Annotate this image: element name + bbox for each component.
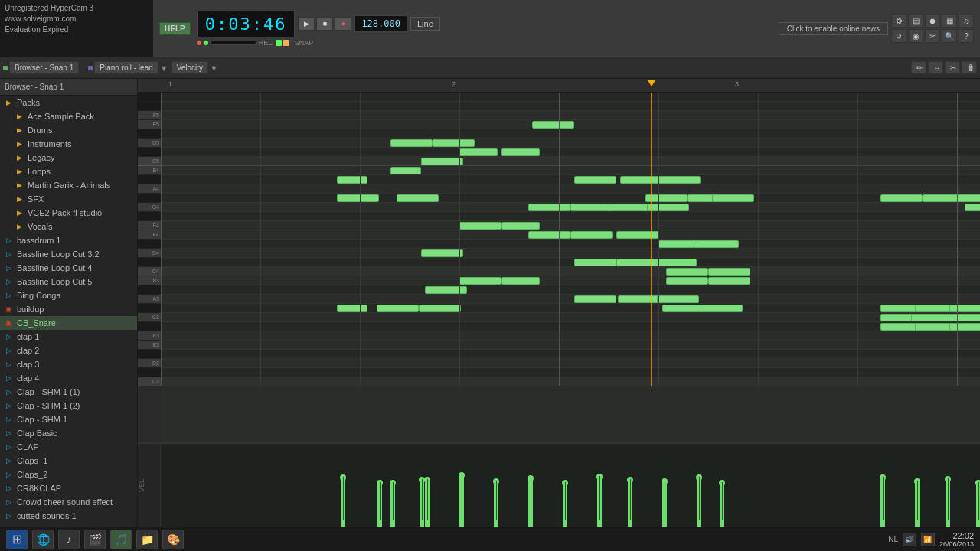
sidebar-item-bassdrum1[interactable]: ▷bassdrum 1 bbox=[0, 233, 137, 247]
note[interactable] bbox=[657, 295, 699, 303]
piano-key-Csharp4[interactable] bbox=[138, 258, 161, 267]
toolbar-icon-5[interactable]: ♫ bbox=[959, 14, 974, 28]
note[interactable] bbox=[397, 194, 439, 202]
piano-key-C3[interactable]: C3 bbox=[138, 377, 161, 386]
sidebar-item-ace-sample-pack[interactable]: ▶Ace Sample Pack bbox=[0, 109, 137, 123]
fl-studio-taskbar[interactable]: 🎵 bbox=[110, 530, 132, 549]
grid-row-C3[interactable] bbox=[161, 377, 980, 386]
note[interactable] bbox=[433, 139, 475, 147]
grid-row-C5[interactable] bbox=[161, 157, 980, 166]
tool-btn-3[interactable]: ✂ bbox=[945, 61, 960, 74]
sidebar-item-loops[interactable]: ▶Loops bbox=[0, 165, 137, 178]
piano-key-Dsharp5[interactable] bbox=[138, 129, 161, 139]
piano-roll-btn[interactable]: Piano roll - lead bbox=[94, 61, 158, 74]
grid-row-F4[interactable] bbox=[161, 221, 980, 230]
sidebar-item-vce2[interactable]: ▶VCE2 Pack fl studio bbox=[0, 206, 137, 220]
files-taskbar[interactable]: 📁 bbox=[136, 530, 158, 549]
piano-key-Gsharp3[interactable] bbox=[138, 304, 161, 313]
sidebar-item-clap[interactable]: ▷CLAP bbox=[0, 440, 137, 454]
mode-display[interactable]: Line bbox=[410, 17, 440, 31]
note[interactable] bbox=[459, 277, 501, 285]
note[interactable] bbox=[949, 323, 980, 331]
volume-btn[interactable]: 🔊 bbox=[903, 533, 916, 546]
piano-key-Csharp5[interactable] bbox=[138, 148, 161, 157]
grid-row-Fsharp3[interactable] bbox=[161, 322, 980, 331]
video-taskbar[interactable]: 🎬 bbox=[84, 530, 106, 549]
grid-row-F3[interactable] bbox=[161, 331, 980, 341]
note[interactable] bbox=[616, 259, 658, 266]
note[interactable] bbox=[662, 305, 704, 312]
note[interactable] bbox=[708, 268, 750, 276]
piano-key-Fsharp3[interactable] bbox=[138, 322, 161, 331]
grid-row-Dsharp4[interactable] bbox=[161, 240, 980, 249]
grid-row-D3[interactable] bbox=[161, 359, 980, 368]
sidebar-item-bassline5[interactable]: ▷Bassline Loop Cut 5 bbox=[0, 275, 137, 289]
toolbar-icon-7[interactable]: ◉ bbox=[908, 29, 923, 43]
piano-key-F3[interactable]: F3 bbox=[138, 331, 161, 341]
note[interactable] bbox=[658, 176, 701, 184]
grid-row-D5[interactable] bbox=[161, 139, 980, 148]
sidebar-item-legacy[interactable]: ▶Legacy bbox=[0, 151, 137, 165]
paint-taskbar[interactable]: 🎨 bbox=[162, 530, 184, 549]
sidebar-item-sfx[interactable]: ▶SFX bbox=[0, 192, 137, 206]
grid-row-B3[interactable] bbox=[161, 276, 980, 285]
piano-key-A3[interactable]: A3 bbox=[138, 295, 161, 304]
sidebar-item-clap2[interactable]: ▷clap 2 bbox=[0, 344, 137, 357]
note[interactable] bbox=[609, 204, 651, 211]
piano-key-F5[interactable]: F5 bbox=[138, 111, 161, 120]
grid-row-B4[interactable] bbox=[161, 166, 980, 175]
sidebar-item-martin-garix[interactable]: ▶Martin Garix - Animals bbox=[0, 178, 137, 192]
note[interactable] bbox=[946, 314, 980, 321]
note[interactable] bbox=[949, 305, 980, 312]
network-btn[interactable]: 📶 bbox=[921, 533, 935, 546]
note[interactable] bbox=[501, 277, 540, 285]
tool-btn-1[interactable]: ✏ bbox=[911, 61, 926, 74]
browser-taskbar[interactable]: 🌐 bbox=[32, 530, 54, 549]
piano-key-Dsharp4[interactable] bbox=[138, 240, 161, 249]
note[interactable] bbox=[616, 231, 658, 239]
grid-row-Fsharp4[interactable] bbox=[161, 212, 980, 221]
piano-key-Gsharp5[interactable] bbox=[138, 93, 161, 102]
piano-key-Gsharp4[interactable] bbox=[138, 194, 161, 203]
browser-btn[interactable]: Browser - Snap 1 bbox=[9, 61, 79, 74]
note[interactable] bbox=[390, 139, 433, 147]
note[interactable] bbox=[459, 222, 501, 230]
piano-key-G4[interactable]: G4 bbox=[138, 203, 161, 212]
piano-key-A4[interactable]: A4 bbox=[138, 184, 161, 194]
note[interactable] bbox=[645, 194, 688, 202]
piano-key-Csharp3[interactable] bbox=[138, 368, 161, 377]
piano-key-B4[interactable]: B4 bbox=[138, 166, 161, 175]
note[interactable] bbox=[666, 268, 708, 276]
grid-row-C4[interactable] bbox=[161, 267, 980, 276]
sidebar-item-buildup[interactable]: ▣buildup bbox=[0, 302, 137, 316]
grid-row-Fsharp5[interactable] bbox=[161, 102, 980, 111]
note[interactable] bbox=[965, 204, 980, 211]
piano-key-E5[interactable]: E5 bbox=[138, 120, 161, 129]
note[interactable] bbox=[666, 277, 708, 285]
record-button[interactable]: ● bbox=[335, 17, 351, 31]
note[interactable] bbox=[658, 240, 701, 248]
note[interactable] bbox=[421, 249, 463, 257]
toolbar-icon-10[interactable]: ? bbox=[959, 29, 974, 43]
start-button[interactable]: ⊞ bbox=[6, 530, 28, 549]
note[interactable] bbox=[712, 194, 754, 202]
note[interactable] bbox=[421, 158, 463, 165]
sidebar-item-clapshm1b[interactable]: ▷Clap - SHM 1 bbox=[0, 412, 137, 426]
note[interactable] bbox=[337, 176, 368, 184]
piano-key-D3[interactable]: D3 bbox=[138, 359, 161, 368]
piano-key-Dsharp3[interactable] bbox=[138, 350, 161, 359]
grid-row-Csharp5[interactable] bbox=[161, 148, 980, 157]
sidebar-item-clapshm1[interactable]: ▷Clap - SHM 1 (1) bbox=[0, 385, 137, 399]
note[interactable] bbox=[337, 194, 379, 202]
sidebar-item-bingconga[interactable]: ▷Bing Conga bbox=[0, 289, 137, 302]
note[interactable] bbox=[419, 305, 461, 312]
play-button[interactable]: ▶ bbox=[298, 17, 315, 31]
note[interactable] bbox=[697, 240, 739, 248]
piano-key-Fsharp5[interactable] bbox=[138, 102, 161, 111]
toolbar-icon-3[interactable]: ⏺ bbox=[925, 14, 940, 28]
tool-btn-2[interactable]: ↔ bbox=[928, 61, 943, 74]
note[interactable] bbox=[532, 121, 574, 129]
velocity-btn[interactable]: Velocity bbox=[172, 61, 208, 74]
note[interactable] bbox=[425, 286, 467, 294]
piano-key-Asharp3[interactable] bbox=[138, 285, 161, 295]
